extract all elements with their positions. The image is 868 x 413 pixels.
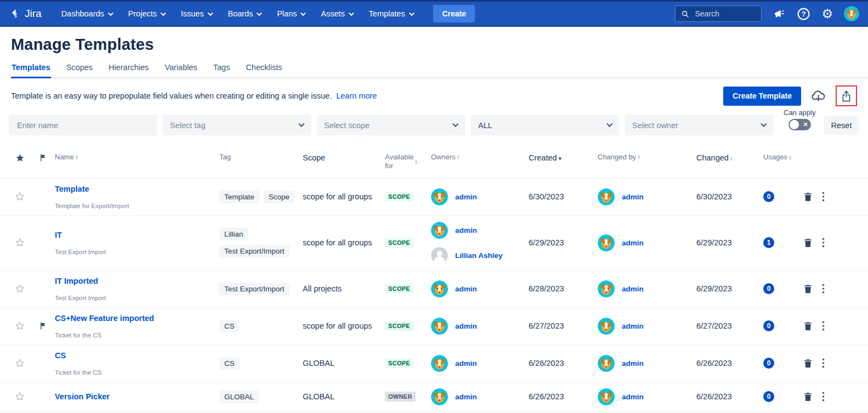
template-name-link[interactable]: CS+New Feature imported (55, 314, 154, 323)
tag-chip: GLOBAL (219, 391, 259, 403)
header-available-for[interactable]: Available for ▴▾ (385, 153, 431, 171)
tag-chip: Test Export/Import (219, 245, 290, 257)
learn-more-link[interactable]: Learn more (336, 91, 377, 100)
header-usages[interactable]: Usages ▴▾ (763, 153, 803, 162)
owner-link[interactable]: admin (598, 280, 644, 297)
more-actions-button[interactable] (822, 237, 825, 248)
owners-cell: admin (431, 388, 529, 405)
header-name[interactable]: Name ▴▾ (55, 153, 219, 162)
template-name-link[interactable]: IT Imported (55, 277, 98, 285)
more-actions-button[interactable] (822, 358, 825, 369)
delete-button[interactable] (803, 237, 813, 248)
favorite-star-button[interactable] (14, 191, 25, 202)
tag-chips: LillianTest Export/Import (219, 222, 303, 264)
owner-name: admin (455, 393, 477, 401)
reset-filters-button[interactable]: Reset (824, 116, 859, 135)
search-input[interactable] (694, 9, 754, 19)
tab-checklists[interactable]: Checklists (245, 63, 282, 78)
settings-button[interactable]: ⚙ (821, 8, 833, 20)
created-date: 6/30/2023 (529, 185, 598, 209)
usages-badge: 0 (763, 391, 774, 402)
chevron-down-icon (161, 10, 166, 16)
can-apply-toggle[interactable]: ✕ (788, 119, 811, 130)
more-actions-button[interactable] (822, 320, 825, 331)
scope-filter-select[interactable]: Select scope (317, 115, 465, 135)
owner-link[interactable]: admin (598, 234, 644, 251)
delete-button[interactable] (803, 358, 813, 369)
available-for-badge: SCOPE (385, 192, 413, 202)
chevron-down-icon (299, 121, 305, 127)
gear-icon: ⚙ (821, 8, 833, 20)
header-label: Tag (219, 153, 231, 162)
delete-button[interactable] (803, 320, 813, 331)
tag-chip: CS (219, 320, 240, 332)
dog-avatar (431, 188, 448, 205)
announcements-button[interactable] (773, 8, 786, 20)
template-name-link[interactable]: CS (55, 351, 66, 360)
nav-item-plans[interactable]: Plans (277, 9, 304, 18)
owner-name: admin (455, 285, 477, 293)
owner-link[interactable]: admin (431, 318, 477, 335)
favorite-star-button[interactable] (14, 391, 25, 402)
more-actions-button[interactable] (822, 191, 825, 202)
delete-button[interactable] (803, 391, 813, 402)
delete-button[interactable] (803, 283, 813, 294)
tab-templates[interactable]: Templates (11, 63, 51, 78)
nav-item-assets[interactable]: Assets (321, 9, 352, 18)
template-name-link[interactable]: IT (55, 231, 62, 239)
nav-item-label: Boards (228, 9, 253, 18)
header-label: Available for (385, 153, 413, 171)
more-actions-button[interactable] (822, 391, 825, 402)
header-created[interactable]: Created ▾ (529, 153, 598, 163)
create-template-button[interactable]: Create Template (723, 87, 801, 106)
favorite-star-button[interactable] (14, 320, 25, 331)
favorite-star-button[interactable] (14, 237, 25, 248)
owner-link[interactable]: admin (598, 318, 644, 335)
more-actions-button[interactable] (822, 283, 825, 294)
delete-button[interactable] (803, 191, 813, 202)
header-owners[interactable]: Owners ▴▾ (431, 153, 529, 162)
jira-logo[interactable]: Jira (10, 8, 42, 20)
nav-create-button[interactable]: Create (433, 5, 475, 22)
nav-item-dashboards[interactable]: Dashboards (61, 9, 112, 18)
name-filter-input[interactable] (16, 121, 150, 130)
nav-item-projects[interactable]: Projects (128, 9, 164, 18)
owner-name: admin (455, 359, 477, 368)
header-changed-by[interactable]: Changed by ▴▾ (598, 153, 696, 162)
owner-filter-value: Select owner (632, 121, 678, 130)
help-button[interactable]: ? (797, 7, 810, 21)
nav-item-templates[interactable]: Templates (369, 9, 413, 18)
owner-link[interactable]: admin (598, 188, 644, 205)
template-name-link[interactable]: Version Picker (55, 392, 110, 401)
tag-filter-select[interactable]: Select tag (163, 115, 311, 135)
status-filter-select[interactable]: ALL (471, 115, 619, 135)
owner-link[interactable]: admin (431, 388, 477, 405)
owner-link[interactable]: Lillian Ashley (431, 247, 503, 264)
owner-link[interactable]: admin (598, 355, 644, 372)
flag-icon (39, 153, 47, 163)
tab-hierarchies[interactable]: Hierarchies (108, 63, 149, 78)
owner-link[interactable]: admin (598, 388, 644, 405)
owner-link[interactable]: admin (431, 355, 477, 372)
owner-link[interactable]: admin (431, 280, 477, 297)
chevron-down-icon (761, 121, 767, 127)
owner-link[interactable]: admin (431, 222, 477, 239)
owner-link[interactable]: admin (431, 188, 477, 205)
owner-filter-select[interactable]: Select owner (625, 115, 773, 135)
tag-chip: Template (219, 191, 259, 203)
tab-variables[interactable]: Variables (164, 63, 197, 78)
header-changed[interactable]: Changed ▴▾ (696, 153, 763, 163)
person-avatar (431, 247, 448, 264)
nav-item-label: Issues (181, 9, 204, 18)
nav-item-boards[interactable]: Boards (228, 9, 260, 18)
profile-button[interactable] (844, 6, 859, 21)
template-name-link[interactable]: Template (55, 185, 89, 193)
favorite-star-button[interactable] (14, 358, 25, 369)
favorite-star-button[interactable] (14, 283, 25, 294)
tab-tags[interactable]: Tags (213, 63, 231, 78)
can-apply-control: Can apply ✕ (784, 108, 816, 130)
nav-item-issues[interactable]: Issues (181, 9, 212, 18)
import-templates-button[interactable] (810, 89, 827, 104)
export-templates-button[interactable] (839, 88, 853, 104)
tab-scopes[interactable]: Scopes (66, 63, 93, 78)
